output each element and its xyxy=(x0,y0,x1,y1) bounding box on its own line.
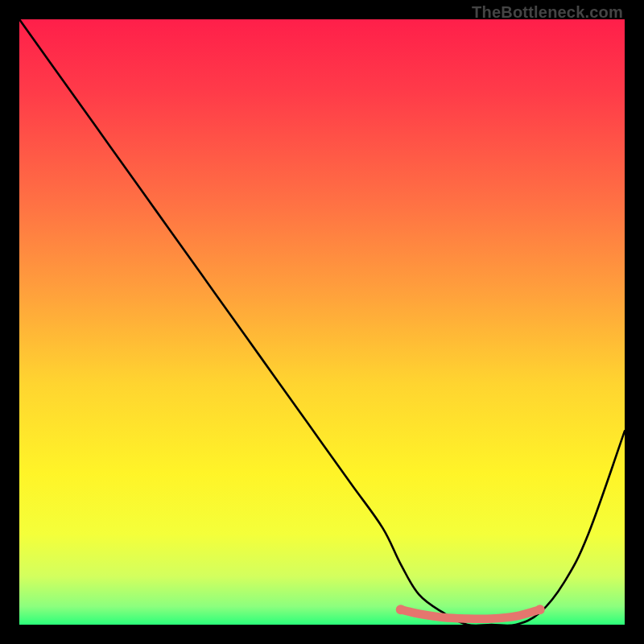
optimal-range-curve xyxy=(401,609,540,619)
chart-area xyxy=(19,19,625,625)
attribution-text: TheBottleneck.com xyxy=(472,3,623,22)
optimal-range-dot-left xyxy=(396,605,406,614)
bottleneck-curve xyxy=(19,19,625,625)
optimal-range-dot-right xyxy=(535,605,545,614)
chart-curve-layer xyxy=(19,19,625,625)
